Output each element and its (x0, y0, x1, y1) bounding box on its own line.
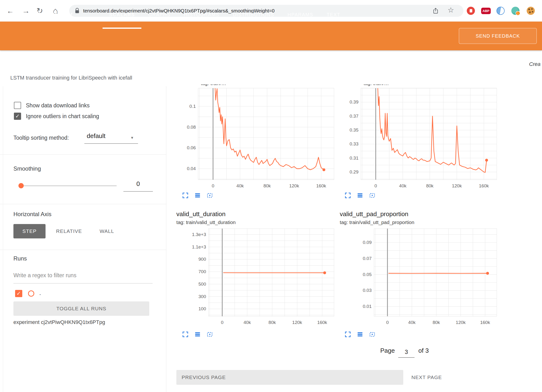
svg-text:0.39: 0.39 (350, 99, 358, 104)
smoothing-slider-track[interactable] (19, 185, 117, 186)
horizontal-axis-label: Horizontal Axis (13, 211, 52, 218)
axis-wall-button[interactable]: WALL (92, 224, 121, 238)
horizontal-axis-button-group: STEP RELATIVE WALL (13, 224, 121, 238)
show-download-links-checkbox[interactable] (14, 102, 21, 109)
ignore-outliers-checkbox[interactable]: ✓ (14, 113, 21, 120)
experiment-id-label: experiment cj2vtPiwQHKN9Q1tx6PTpg (13, 319, 105, 325)
scalar-chart-valid-utt-pad-proportion[interactable]: 0.010.030.050.070.09040k80k120k160k (348, 228, 499, 327)
chart-tag-truncated: tag: train/… (201, 84, 301, 87)
svg-text:40k: 40k (399, 183, 407, 188)
runs-filter-underline (13, 283, 153, 283)
svg-text:0.01: 0.01 (363, 304, 372, 309)
hand-glyph (470, 9, 472, 12)
cookie-extension-icon[interactable] (527, 7, 535, 15)
data-lines-icon[interactable] (194, 331, 201, 338)
runs-label: Runs (13, 255, 27, 262)
svg-text:120k: 120k (456, 320, 466, 325)
next-page-button[interactable]: NEXT PAGE (411, 370, 442, 385)
smoothing-value-underline (123, 191, 153, 192)
adblock-extension-icon[interactable] (467, 7, 475, 15)
check-icon: ✓ (15, 113, 20, 119)
svg-text:0: 0 (221, 320, 224, 325)
chart-title: valid_utt_duration (176, 210, 225, 218)
svg-text:160k: 160k (316, 183, 326, 188)
pie-extension-icon[interactable] (496, 7, 505, 15)
sidebar-edge-line (3, 86, 3, 392)
chart-tag-truncated: tag: train/… (363, 84, 464, 87)
chevron-down-icon[interactable]: ▼ (130, 136, 134, 140)
expand-icon[interactable] (182, 192, 189, 199)
svg-text:120k: 120k (292, 320, 302, 325)
svg-text:0.1: 0.1 (190, 104, 196, 109)
tab-hparams[interactable]: HPARAMS (281, 0, 320, 29)
created-text-truncated: Crea (529, 61, 542, 67)
abp-extension-icon[interactable]: ABP (481, 8, 491, 14)
tooltip-sorting-underline (84, 143, 138, 144)
show-download-links-label: Show data download links (26, 102, 90, 109)
sidebar-divider-vertical (166, 86, 166, 392)
axis-relative-button[interactable]: RELATIVE (50, 224, 88, 238)
chart-toolbar (182, 192, 213, 199)
tab-text[interactable]: TEXT (320, 0, 347, 29)
svg-text:0.37: 0.37 (350, 114, 358, 119)
svg-text:900: 900 (198, 257, 206, 262)
svg-text:1.1e+3: 1.1e+3 (192, 244, 206, 249)
tooltip-sorting-label: Tooltip sorting method: (13, 135, 69, 141)
bookmark-star-icon[interactable]: ☆ (448, 6, 454, 14)
svg-text:160k: 160k (317, 320, 327, 325)
scalar-chart-valid-utt-duration[interactable]: 1003005007009001.1e+31.3e+3040k80k120k16… (184, 228, 336, 327)
tab-histograms[interactable]: HISTOGRAMS (177, 0, 226, 29)
fit-domain-icon[interactable] (369, 331, 375, 338)
experiment-description: LSTM transducer training for LibriSpeech… (10, 75, 132, 81)
expand-icon[interactable] (345, 192, 351, 199)
chart-toolbar (182, 331, 213, 338)
smoothing-value-input[interactable]: 0 (123, 180, 153, 188)
chart-tag: tag: train/valid_utt_pad_proportion (340, 219, 414, 225)
share-icon[interactable] (432, 8, 439, 15)
fit-domain-icon[interactable] (207, 192, 213, 199)
expand-icon[interactable] (182, 331, 189, 338)
profile-avatar[interactable]: 1 (511, 7, 519, 15)
header-tabs: SCALARS GRAPHS HISTOGRAMS DISTRIBUTIONS … (103, 0, 347, 29)
run-color-swatch[interactable] (28, 290, 34, 297)
svg-text:80k: 80k (263, 183, 271, 188)
svg-text:0.29: 0.29 (350, 169, 358, 174)
smoothing-slider-thumb[interactable] (18, 183, 24, 188)
svg-text:0.07: 0.07 (363, 256, 372, 261)
tab-graphs[interactable]: GRAPHS (141, 0, 177, 29)
svg-text:700: 700 (198, 269, 206, 274)
data-lines-icon[interactable] (357, 192, 363, 199)
app-root: ← → ↻ ⌂ tensorboard.dev/experiment/cj2vt… (0, 0, 542, 392)
page-number-input[interactable]: 3 (398, 349, 415, 358)
axis-step-button[interactable]: STEP (13, 224, 46, 238)
svg-text:80k: 80k (432, 320, 440, 325)
tab-scalars[interactable]: SCALARS (103, 0, 141, 29)
svg-text:80k: 80k (426, 183, 433, 188)
tooltip-sorting-select[interactable]: default (87, 132, 105, 140)
svg-text:300: 300 (198, 294, 206, 299)
svg-text:120k: 120k (289, 183, 299, 188)
svg-text:160k: 160k (479, 183, 489, 188)
send-feedback-button[interactable]: SEND FEEDBACK (459, 28, 537, 44)
chart-title: valid_utt_pad_proportion (340, 210, 408, 218)
data-lines-icon[interactable] (194, 192, 201, 199)
svg-text:500: 500 (198, 282, 206, 287)
svg-text:40k: 40k (243, 320, 251, 325)
run-checkbox[interactable]: ✓ (15, 290, 22, 297)
svg-text:0.04: 0.04 (187, 166, 196, 171)
svg-text:0.06: 0.06 (187, 145, 196, 150)
scalar-chart-top-right[interactable]: 0.290.310.330.350.370.39040k80k120k160k (346, 87, 499, 191)
toggle-all-runs-button[interactable]: TOGGLE ALL RUNS (13, 301, 149, 316)
divider (0, 154, 166, 155)
svg-text:1.3e+3: 1.3e+3 (192, 232, 206, 237)
runs-filter-input[interactable]: Write a regex to filter runs (13, 272, 76, 279)
scalar-chart-top-left[interactable]: 0.040.060.080.1040k80k120k160k (183, 87, 336, 191)
tab-distributions[interactable]: DISTRIBUTIONS (226, 0, 281, 29)
fit-domain-icon[interactable] (207, 331, 213, 338)
data-lines-icon[interactable] (357, 331, 363, 338)
notification-badge: 1 (516, 11, 520, 16)
svg-text:0: 0 (386, 320, 389, 325)
expand-icon[interactable] (345, 331, 351, 338)
previous-page-button[interactable]: PREVIOUS PAGE (176, 370, 403, 385)
fit-domain-icon[interactable] (369, 192, 375, 199)
